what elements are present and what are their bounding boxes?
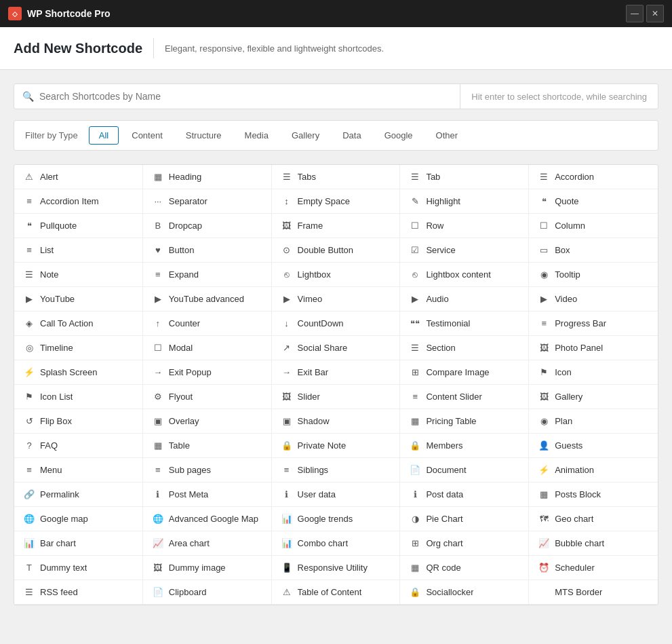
shortcode-item[interactable]: ℹPost data xyxy=(400,482,529,507)
shortcode-item[interactable]: ☰Tab xyxy=(400,165,529,189)
shortcode-item[interactable]: ▦Posts Block xyxy=(529,482,658,507)
shortcode-item[interactable]: ···Separator xyxy=(143,189,272,214)
shortcode-item[interactable]: ⊞Compare Image xyxy=(400,360,529,385)
shortcode-item[interactable]: ≡Accordion Item xyxy=(14,189,143,214)
shortcode-item[interactable]: →Exit Popup xyxy=(143,360,272,385)
filter-tab-gallery[interactable]: Gallery xyxy=(281,126,330,145)
shortcode-item[interactable]: ▭Box xyxy=(529,238,658,263)
shortcode-item[interactable]: ⚡Animation xyxy=(529,458,658,482)
filter-tab-data[interactable]: Data xyxy=(332,126,371,145)
shortcode-item[interactable]: 🔒Private Note xyxy=(272,434,401,458)
shortcode-item[interactable]: ↕Empty Space xyxy=(272,189,401,214)
shortcode-item[interactable]: TDummy text xyxy=(14,556,143,580)
shortcode-item[interactable]: 🖼Gallery xyxy=(529,385,658,409)
shortcode-item[interactable]: 🖼Photo Panel xyxy=(529,336,658,360)
shortcode-item[interactable]: ▦Heading xyxy=(143,165,272,189)
shortcode-item[interactable]: ≡Expand xyxy=(143,263,272,287)
shortcode-item[interactable]: 🖼Slider xyxy=(272,385,401,409)
shortcode-item[interactable]: 📈Bubble chart xyxy=(529,531,658,556)
shortcode-item[interactable]: ⏰Scheduler xyxy=(529,556,658,580)
filter-tab-structure[interactable]: Structure xyxy=(176,126,232,145)
shortcode-item[interactable]: ☰RSS feed xyxy=(14,580,143,605)
shortcode-item[interactable]: ❝Pullquote xyxy=(14,214,143,238)
shortcode-item[interactable]: ⊞Org chart xyxy=(400,531,529,556)
shortcode-item[interactable]: ⚡Splash Screen xyxy=(14,360,143,385)
shortcode-item[interactable]: ℹPost Meta xyxy=(143,482,272,507)
shortcode-item[interactable]: ▶Audio xyxy=(400,287,529,311)
shortcode-item[interactable]: MTS Border xyxy=(529,580,658,605)
shortcode-item[interactable]: ≡Menu xyxy=(14,458,143,482)
shortcode-item[interactable]: 📈Area chart xyxy=(143,531,272,556)
shortcode-item[interactable]: 🔗Permalink xyxy=(14,482,143,507)
shortcode-item[interactable]: ≡Content Slider xyxy=(400,385,529,409)
filter-tab-all[interactable]: All xyxy=(89,126,119,145)
shortcode-item[interactable]: ⚠Alert xyxy=(14,165,143,189)
shortcode-item[interactable]: ⎋Lightbox xyxy=(272,263,401,287)
shortcode-item[interactable]: ≡Progress Bar xyxy=(529,311,658,336)
shortcode-item[interactable]: ◑Pie Chart xyxy=(400,507,529,531)
shortcode-item[interactable]: ▦QR code xyxy=(400,556,529,580)
shortcode-item[interactable]: ◉Tooltip xyxy=(529,263,658,287)
shortcode-item[interactable]: 🔒Sociallocker xyxy=(400,580,529,605)
shortcode-item[interactable]: ↺Flip Box xyxy=(14,409,143,434)
shortcode-item[interactable]: 🌐Advanced Google Map xyxy=(143,507,272,531)
shortcode-item[interactable]: 🖼Frame xyxy=(272,214,401,238)
filter-tab-content[interactable]: Content xyxy=(121,126,173,145)
shortcode-item[interactable]: ☰Note xyxy=(14,263,143,287)
shortcode-item[interactable]: ↗Social Share xyxy=(272,336,401,360)
shortcode-item[interactable]: 📄Document xyxy=(400,458,529,482)
shortcode-item[interactable]: ≡Sub pages xyxy=(143,458,272,482)
shortcode-item[interactable]: ☐Modal xyxy=(143,336,272,360)
filter-tab-other[interactable]: Other xyxy=(426,126,469,145)
shortcode-item[interactable]: ▶YouTube advanced xyxy=(143,287,272,311)
search-input[interactable] xyxy=(39,84,452,109)
shortcode-item[interactable]: ?FAQ xyxy=(14,434,143,458)
shortcode-item[interactable]: ▦Pricing Table xyxy=(400,409,529,434)
shortcode-item[interactable]: ⊙Double Button xyxy=(272,238,401,263)
shortcode-item[interactable]: ▶Video xyxy=(529,287,658,311)
shortcode-item[interactable]: ⎋Lightbox content xyxy=(400,263,529,287)
shortcode-item[interactable]: ≡Siblings xyxy=(272,458,401,482)
shortcode-item[interactable]: ☐Row xyxy=(400,214,529,238)
shortcode-item[interactable]: 👤Guests xyxy=(529,434,658,458)
shortcode-item[interactable]: BDropcap xyxy=(143,214,272,238)
filter-tab-google[interactable]: Google xyxy=(374,126,423,145)
shortcode-item[interactable]: 📄Clipboard xyxy=(143,580,272,605)
shortcode-item[interactable]: ☑Service xyxy=(400,238,529,263)
shortcode-item[interactable]: ↑Counter xyxy=(143,311,272,336)
shortcode-item[interactable]: 📊Bar chart xyxy=(14,531,143,556)
shortcode-item[interactable]: ≡List xyxy=(14,238,143,263)
shortcode-item[interactable]: ▣Shadow xyxy=(272,409,401,434)
shortcode-item[interactable]: ☰Accordion xyxy=(529,165,658,189)
shortcode-item[interactable]: ☰Tabs xyxy=(272,165,401,189)
shortcode-item[interactable]: →Exit Bar xyxy=(272,360,401,385)
shortcode-item[interactable]: ▣Overlay xyxy=(143,409,272,434)
shortcode-item[interactable]: ◉Plan xyxy=(529,409,658,434)
shortcode-item[interactable]: 📱Responsive Utility xyxy=(272,556,401,580)
shortcode-item[interactable]: ▦Table xyxy=(143,434,272,458)
shortcode-item[interactable]: ▶YouTube xyxy=(14,287,143,311)
shortcode-item[interactable]: ⚑Icon xyxy=(529,360,658,385)
shortcode-item[interactable]: ❝❝Testimonial xyxy=(400,311,529,336)
close-button[interactable]: ✕ xyxy=(646,5,664,22)
shortcode-item[interactable]: ✎Highlight xyxy=(400,189,529,214)
shortcode-item[interactable]: ◎Timeline xyxy=(14,336,143,360)
shortcode-item[interactable]: 📊Google trends xyxy=(272,507,401,531)
filter-tab-media[interactable]: Media xyxy=(235,126,279,145)
shortcode-item[interactable]: ⚙Flyout xyxy=(143,385,272,409)
shortcode-item[interactable]: ♥Button xyxy=(143,238,272,263)
shortcode-item[interactable]: 🌐Google map xyxy=(14,507,143,531)
shortcode-item[interactable]: ⚑Icon List xyxy=(14,385,143,409)
shortcode-item[interactable]: 🗺Geo chart xyxy=(529,507,658,531)
minimize-button[interactable]: — xyxy=(626,5,644,22)
shortcode-item[interactable]: ◈Call To Action xyxy=(14,311,143,336)
shortcode-item[interactable]: 🔒Members xyxy=(400,434,529,458)
shortcode-item[interactable]: 📊Combo chart xyxy=(272,531,401,556)
shortcode-item[interactable]: ℹUser data xyxy=(272,482,401,507)
shortcode-item[interactable]: ⚠Table of Content xyxy=(272,580,401,605)
shortcode-item[interactable]: ☐Column xyxy=(529,214,658,238)
shortcode-item[interactable]: ▶Vimeo xyxy=(272,287,401,311)
shortcode-item[interactable]: ☰Section xyxy=(400,336,529,360)
shortcode-item[interactable]: 🖼Dummy image xyxy=(143,556,272,580)
shortcode-item[interactable]: ↓CountDown xyxy=(272,311,401,336)
